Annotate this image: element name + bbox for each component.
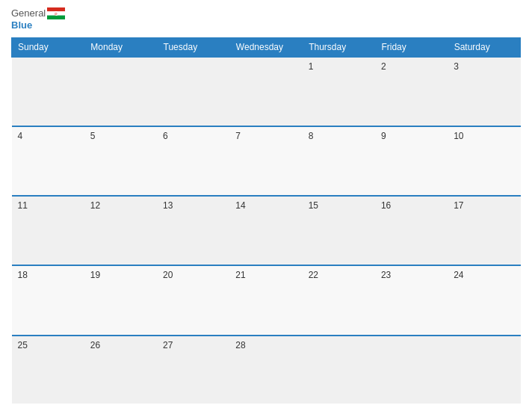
logo-blue-text: Blue xyxy=(11,19,32,31)
day-number: 20 xyxy=(163,270,173,280)
week-row-1: 123 xyxy=(12,57,521,126)
day-number: 9 xyxy=(381,131,386,141)
calendar-cell: 12 xyxy=(84,196,157,265)
day-number: 26 xyxy=(90,340,100,350)
day-number: 27 xyxy=(163,340,173,350)
day-number: 6 xyxy=(163,131,168,141)
day-number: 15 xyxy=(309,200,318,211)
calendar-cell: 14 xyxy=(229,196,302,265)
week-row-2: 45678910 xyxy=(12,126,521,196)
day-number: 22 xyxy=(309,270,318,280)
weekday-header-friday: Friday xyxy=(375,37,448,57)
calendar-cell xyxy=(303,336,375,404)
day-number: 10 xyxy=(454,131,463,141)
calendar-cell: 20 xyxy=(157,265,229,335)
weekday-header-thursday: Thursday xyxy=(303,37,375,57)
weekday-header-sunday: Sunday xyxy=(12,37,84,57)
weekday-header-row: SundayMondayTuesdayWednesdayThursdayFrid… xyxy=(12,37,521,57)
day-number: 8 xyxy=(309,131,314,141)
logo-general-text: General xyxy=(11,7,46,19)
day-number: 13 xyxy=(163,200,173,211)
calendar-cell: 15 xyxy=(303,196,375,265)
calendar-cell: 11 xyxy=(12,196,84,265)
weekday-header-monday: Monday xyxy=(84,37,157,57)
calendar-table: SundayMondayTuesdayWednesdayThursdayFrid… xyxy=(11,37,521,404)
calendar-cell: 25 xyxy=(12,336,84,404)
calendar-cell xyxy=(12,57,84,126)
calendar-cell: 22 xyxy=(303,265,375,335)
calendar-container: General P Blue SundayMondayTuesdayWednes… xyxy=(0,0,532,411)
day-number: 18 xyxy=(18,270,28,280)
calendar-cell: 3 xyxy=(448,57,520,126)
calendar-cell: 9 xyxy=(375,126,448,196)
day-number: 4 xyxy=(18,131,23,141)
day-number: 2 xyxy=(381,61,386,72)
calendar-header: General P Blue xyxy=(11,7,521,31)
calendar-cell: 24 xyxy=(448,265,520,335)
week-row-5: 25262728 xyxy=(12,336,521,404)
calendar-cell: 7 xyxy=(229,126,302,196)
calendar-cell: 19 xyxy=(84,265,157,335)
calendar-cell xyxy=(157,57,229,126)
calendar-cell: 5 xyxy=(84,126,157,196)
calendar-cell: 1 xyxy=(303,57,375,126)
day-number: 5 xyxy=(90,131,96,141)
weekday-header-tuesday: Tuesday xyxy=(157,37,229,57)
day-number: 14 xyxy=(235,200,245,211)
calendar-cell xyxy=(84,57,157,126)
calendar-cell: 16 xyxy=(375,196,448,265)
calendar-cell: 18 xyxy=(12,265,84,335)
calendar-cell: 6 xyxy=(157,126,229,196)
day-number: 21 xyxy=(235,270,245,280)
calendar-cell: 21 xyxy=(229,265,302,335)
calendar-cell: 28 xyxy=(229,336,302,404)
day-number: 17 xyxy=(454,200,463,211)
day-number: 7 xyxy=(235,131,241,141)
weekday-header-saturday: Saturday xyxy=(448,37,520,57)
day-number: 19 xyxy=(90,270,100,280)
calendar-cell: 26 xyxy=(84,336,157,404)
calendar-cell xyxy=(229,57,302,126)
calendar-cell: 10 xyxy=(448,126,520,196)
day-number: 16 xyxy=(381,200,391,211)
week-row-4: 18192021222324 xyxy=(12,265,521,335)
day-number: 12 xyxy=(90,200,100,211)
calendar-cell: 23 xyxy=(375,265,448,335)
day-number: 24 xyxy=(454,270,463,280)
calendar-cell: 13 xyxy=(157,196,229,265)
day-number: 11 xyxy=(18,200,28,211)
day-number: 1 xyxy=(309,61,314,72)
svg-rect-1 xyxy=(47,7,65,11)
calendar-cell: 17 xyxy=(448,196,520,265)
calendar-cell: 2 xyxy=(375,57,448,126)
calendar-cell: 8 xyxy=(303,126,375,196)
calendar-cell xyxy=(375,336,448,404)
day-number: 3 xyxy=(454,61,459,72)
day-number: 28 xyxy=(235,340,245,350)
day-number: 25 xyxy=(18,340,28,350)
weekday-header-wednesday: Wednesday xyxy=(229,37,302,57)
day-number: 23 xyxy=(381,270,391,280)
calendar-cell: 4 xyxy=(12,126,84,196)
calendar-cell xyxy=(448,336,520,404)
logo-flag-icon: P xyxy=(47,7,65,19)
week-row-3: 11121314151617 xyxy=(12,196,521,265)
logo: General P Blue xyxy=(11,7,65,31)
calendar-cell: 27 xyxy=(157,336,229,404)
